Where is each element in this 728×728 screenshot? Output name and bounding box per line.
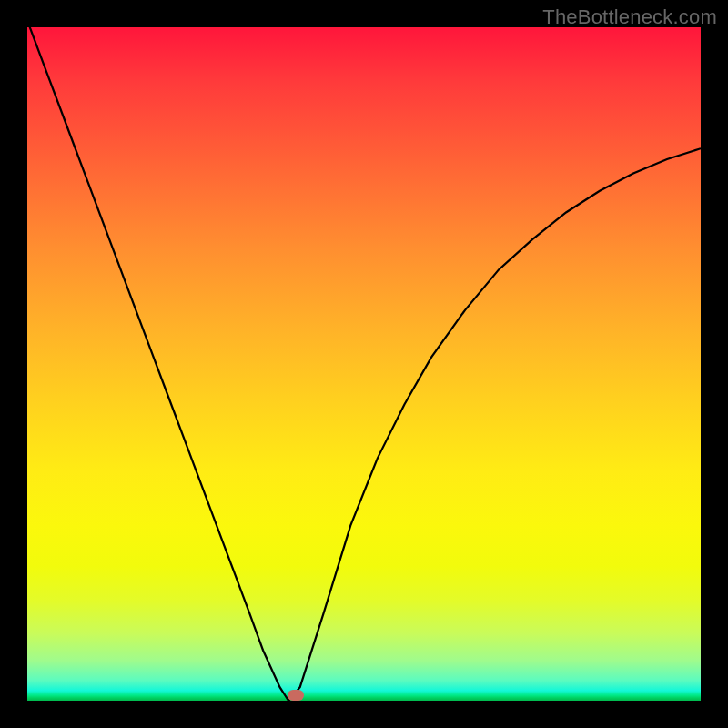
optimal-point-marker — [288, 690, 304, 701]
chart-frame: TheBottleneck.com — [0, 0, 728, 728]
watermark-text: TheBottleneck.com — [542, 5, 717, 29]
bottleneck-curve — [27, 27, 701, 701]
chart-plot-area — [27, 27, 701, 701]
